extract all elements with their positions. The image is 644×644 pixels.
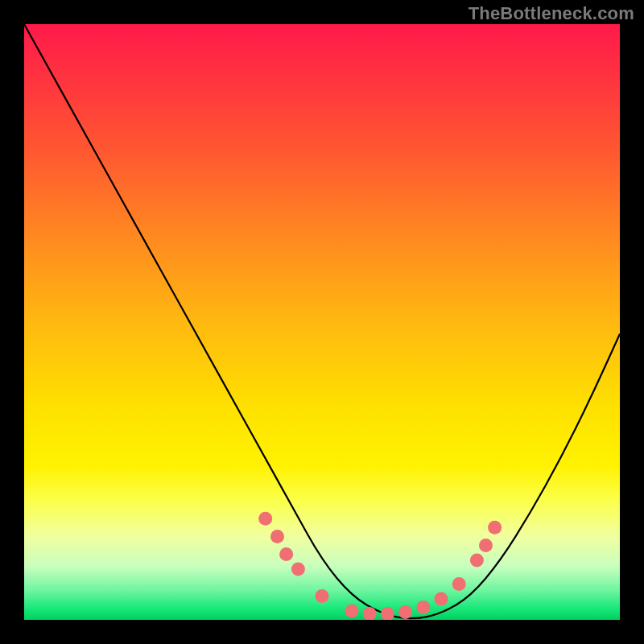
curve-marker [258, 512, 272, 526]
curve-marker [470, 554, 484, 568]
curve-marker [316, 589, 329, 603]
watermark-text: TheBottleneck.com [469, 3, 634, 24]
curve-marker [291, 563, 305, 576]
curve-marker [279, 547, 293, 561]
curve-markers [258, 512, 502, 620]
curve-marker [488, 521, 502, 535]
curve-marker [398, 605, 412, 619]
bottleneck-curve [24, 24, 620, 618]
chart-frame: TheBottleneck.com [0, 0, 644, 644]
curve-layer [24, 24, 620, 620]
curve-marker [381, 607, 394, 620]
plot-area [24, 24, 620, 620]
curve-marker [435, 592, 448, 606]
curve-marker [270, 530, 284, 543]
curve-marker [416, 601, 430, 614]
curve-marker [345, 604, 359, 617]
curve-marker [479, 539, 493, 552]
curve-marker [452, 577, 466, 591]
